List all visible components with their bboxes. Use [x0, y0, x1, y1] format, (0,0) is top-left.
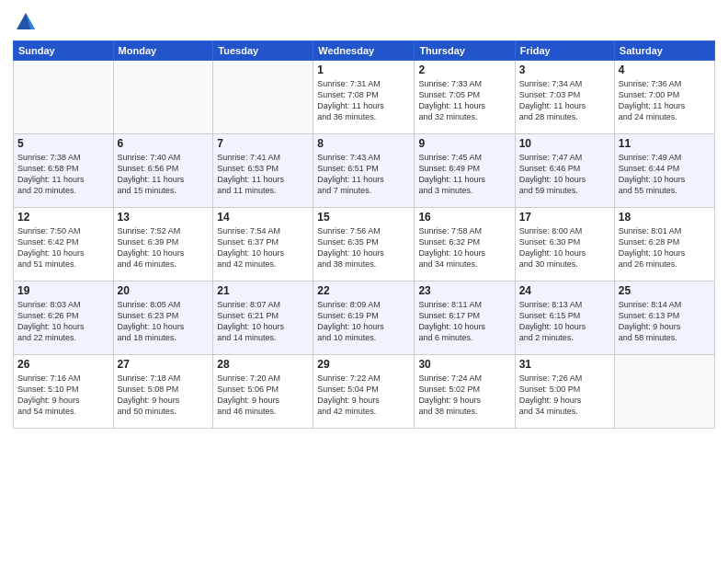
- day-number: 20: [118, 284, 210, 297]
- day-info: Sunrise: 8:01 AM Sunset: 6:28 PM Dayligh…: [619, 225, 711, 270]
- header: [13, 9, 715, 35]
- day-info: Sunrise: 7:36 AM Sunset: 7:00 PM Dayligh…: [619, 78, 711, 123]
- day-info: Sunrise: 7:56 AM Sunset: 6:35 PM Dayligh…: [317, 225, 410, 270]
- calendar-cell: 11Sunrise: 7:49 AM Sunset: 6:44 PM Dayli…: [614, 134, 714, 208]
- calendar-cell: 16Sunrise: 7:58 AM Sunset: 6:32 PM Dayli…: [415, 208, 515, 282]
- calendar-cell: 21Sunrise: 8:07 AM Sunset: 6:21 PM Dayli…: [213, 282, 313, 355]
- calendar-cell: 5Sunrise: 7:38 AM Sunset: 6:58 PM Daylig…: [14, 134, 114, 208]
- day-number: 24: [519, 284, 610, 297]
- day-number: 23: [418, 284, 510, 297]
- calendar-cell: 25Sunrise: 8:14 AM Sunset: 6:13 PM Dayli…: [614, 282, 714, 355]
- day-info: Sunrise: 7:26 AM Sunset: 5:00 PM Dayligh…: [519, 373, 610, 418]
- calendar-cell: 4Sunrise: 7:36 AM Sunset: 7:00 PM Daylig…: [614, 61, 714, 134]
- calendar-cell: 1Sunrise: 7:31 AM Sunset: 7:08 PM Daylig…: [313, 61, 415, 134]
- day-info: Sunrise: 8:14 AM Sunset: 6:13 PM Dayligh…: [619, 299, 711, 344]
- day-info: Sunrise: 7:45 AM Sunset: 6:49 PM Dayligh…: [418, 152, 510, 197]
- page-container: SundayMondayTuesdayWednesdayThursdayFrid…: [0, 0, 728, 563]
- day-info: Sunrise: 7:43 AM Sunset: 6:51 PM Dayligh…: [317, 152, 410, 197]
- calendar-cell: 28Sunrise: 7:20 AM Sunset: 5:06 PM Dayli…: [213, 355, 313, 429]
- day-number: 9: [418, 137, 510, 150]
- calendar-cell: 14Sunrise: 7:54 AM Sunset: 6:37 PM Dayli…: [213, 208, 313, 282]
- day-number: 7: [217, 137, 309, 150]
- calendar-cell: 31Sunrise: 7:26 AM Sunset: 5:00 PM Dayli…: [515, 355, 614, 429]
- day-number: 29: [317, 358, 410, 371]
- day-number: 25: [619, 284, 711, 297]
- day-number: 15: [317, 211, 410, 224]
- day-info: Sunrise: 7:20 AM Sunset: 5:06 PM Dayligh…: [217, 373, 309, 418]
- calendar-cell: [14, 61, 114, 134]
- day-number: 2: [418, 63, 510, 76]
- calendar-cell: 23Sunrise: 8:11 AM Sunset: 6:17 PM Dayli…: [415, 282, 515, 355]
- calendar-cell: 2Sunrise: 7:33 AM Sunset: 7:05 PM Daylig…: [415, 61, 515, 134]
- day-number: 5: [17, 137, 109, 150]
- calendar-cell: 26Sunrise: 7:16 AM Sunset: 5:10 PM Dayli…: [14, 355, 114, 429]
- day-info: Sunrise: 8:03 AM Sunset: 6:26 PM Dayligh…: [17, 299, 109, 344]
- day-info: Sunrise: 8:07 AM Sunset: 6:21 PM Dayligh…: [217, 299, 309, 344]
- calendar-header-saturday: Saturday: [614, 41, 714, 61]
- calendar-cell: [113, 61, 213, 134]
- calendar-header-row: SundayMondayTuesdayWednesdayThursdayFrid…: [14, 41, 715, 61]
- day-info: Sunrise: 7:54 AM Sunset: 6:37 PM Dayligh…: [217, 225, 309, 270]
- calendar-cell: 7Sunrise: 7:41 AM Sunset: 6:53 PM Daylig…: [213, 134, 313, 208]
- calendar-week-row: 5Sunrise: 7:38 AM Sunset: 6:58 PM Daylig…: [14, 134, 715, 208]
- day-number: 31: [519, 358, 610, 371]
- calendar-cell: [614, 355, 714, 429]
- calendar-cell: 9Sunrise: 7:45 AM Sunset: 6:49 PM Daylig…: [415, 134, 515, 208]
- day-number: 14: [217, 211, 309, 224]
- day-number: 6: [118, 137, 210, 150]
- day-info: Sunrise: 7:50 AM Sunset: 6:42 PM Dayligh…: [17, 225, 109, 270]
- day-number: 8: [317, 137, 410, 150]
- calendar-cell: 22Sunrise: 8:09 AM Sunset: 6:19 PM Dayli…: [313, 282, 415, 355]
- calendar-cell: 18Sunrise: 8:01 AM Sunset: 6:28 PM Dayli…: [614, 208, 714, 282]
- day-info: Sunrise: 7:38 AM Sunset: 6:58 PM Dayligh…: [17, 152, 109, 197]
- logo-icon: [13, 9, 39, 35]
- calendar-cell: 20Sunrise: 8:05 AM Sunset: 6:23 PM Dayli…: [113, 282, 213, 355]
- day-number: 21: [217, 284, 309, 297]
- calendar-header-friday: Friday: [515, 41, 614, 61]
- calendar-header-wednesday: Wednesday: [313, 41, 415, 61]
- calendar-table: SundayMondayTuesdayWednesdayThursdayFrid…: [13, 40, 715, 429]
- calendar-cell: 15Sunrise: 7:56 AM Sunset: 6:35 PM Dayli…: [313, 208, 415, 282]
- calendar-week-row: 19Sunrise: 8:03 AM Sunset: 6:26 PM Dayli…: [14, 282, 715, 355]
- calendar-week-row: 1Sunrise: 7:31 AM Sunset: 7:08 PM Daylig…: [14, 61, 715, 134]
- calendar-cell: 12Sunrise: 7:50 AM Sunset: 6:42 PM Dayli…: [14, 208, 114, 282]
- calendar-header-monday: Monday: [113, 41, 213, 61]
- day-number: 19: [17, 284, 109, 297]
- calendar-cell: 19Sunrise: 8:03 AM Sunset: 6:26 PM Dayli…: [14, 282, 114, 355]
- day-number: 12: [17, 211, 109, 224]
- day-number: 18: [619, 211, 711, 224]
- calendar-header-thursday: Thursday: [415, 41, 515, 61]
- day-info: Sunrise: 7:34 AM Sunset: 7:03 PM Dayligh…: [519, 78, 610, 123]
- day-number: 16: [418, 211, 510, 224]
- calendar-cell: 29Sunrise: 7:22 AM Sunset: 5:04 PM Dayli…: [313, 355, 415, 429]
- day-number: 4: [619, 63, 711, 76]
- day-number: 17: [519, 211, 610, 224]
- calendar-cell: [213, 61, 313, 134]
- calendar-cell: 30Sunrise: 7:24 AM Sunset: 5:02 PM Dayli…: [415, 355, 515, 429]
- day-info: Sunrise: 8:05 AM Sunset: 6:23 PM Dayligh…: [118, 299, 210, 344]
- day-info: Sunrise: 8:09 AM Sunset: 6:19 PM Dayligh…: [317, 299, 410, 344]
- day-info: Sunrise: 8:00 AM Sunset: 6:30 PM Dayligh…: [519, 225, 610, 270]
- logo: [13, 9, 42, 35]
- day-number: 1: [317, 63, 410, 76]
- day-info: Sunrise: 7:22 AM Sunset: 5:04 PM Dayligh…: [317, 373, 410, 418]
- calendar-week-row: 26Sunrise: 7:16 AM Sunset: 5:10 PM Dayli…: [14, 355, 715, 429]
- day-info: Sunrise: 7:47 AM Sunset: 6:46 PM Dayligh…: [519, 152, 610, 197]
- day-number: 30: [418, 358, 510, 371]
- day-number: 26: [17, 358, 109, 371]
- calendar-cell: 17Sunrise: 8:00 AM Sunset: 6:30 PM Dayli…: [515, 208, 614, 282]
- day-number: 3: [519, 63, 610, 76]
- calendar-cell: 27Sunrise: 7:18 AM Sunset: 5:08 PM Dayli…: [113, 355, 213, 429]
- calendar-cell: 24Sunrise: 8:13 AM Sunset: 6:15 PM Dayli…: [515, 282, 614, 355]
- day-number: 27: [118, 358, 210, 371]
- day-info: Sunrise: 7:40 AM Sunset: 6:56 PM Dayligh…: [118, 152, 210, 197]
- calendar-cell: 3Sunrise: 7:34 AM Sunset: 7:03 PM Daylig…: [515, 61, 614, 134]
- day-info: Sunrise: 7:33 AM Sunset: 7:05 PM Dayligh…: [418, 78, 510, 123]
- calendar-cell: 10Sunrise: 7:47 AM Sunset: 6:46 PM Dayli…: [515, 134, 614, 208]
- day-info: Sunrise: 7:18 AM Sunset: 5:08 PM Dayligh…: [118, 373, 210, 418]
- calendar-cell: 13Sunrise: 7:52 AM Sunset: 6:39 PM Dayli…: [113, 208, 213, 282]
- calendar-week-row: 12Sunrise: 7:50 AM Sunset: 6:42 PM Dayli…: [14, 208, 715, 282]
- day-number: 11: [619, 137, 711, 150]
- calendar-header-sunday: Sunday: [14, 41, 114, 61]
- calendar-cell: 6Sunrise: 7:40 AM Sunset: 6:56 PM Daylig…: [113, 134, 213, 208]
